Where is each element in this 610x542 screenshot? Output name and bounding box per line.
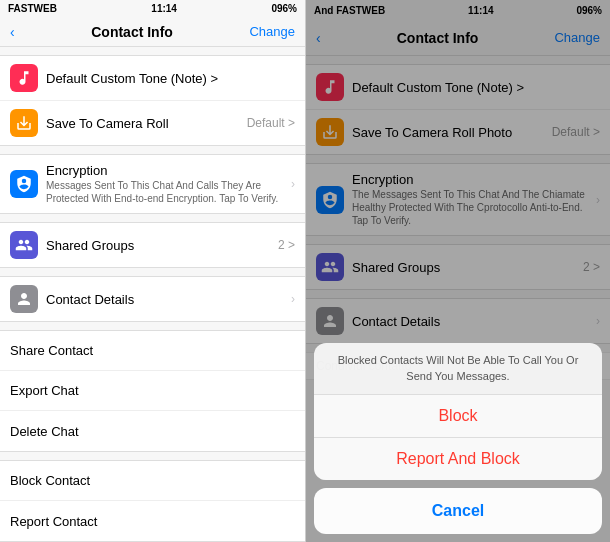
left-back-button[interactable]: ‹: [10, 24, 15, 40]
encryption-title: Encryption: [46, 163, 291, 178]
right-panel: And FASTWEB 11:14 096% ‹ Contact Info Ch…: [305, 0, 610, 542]
encryption-chevron: ›: [291, 177, 295, 191]
left-nav-title: Contact Info: [91, 24, 173, 40]
left-panel: FASTWEB 11:14 096% ‹ Contact Info Change…: [0, 0, 305, 542]
save-content: Save To Camera Roll: [46, 116, 247, 131]
encryption-icon: [10, 170, 38, 198]
groups-title: Shared Groups: [46, 238, 278, 253]
list-item[interactable]: Delete Chat: [0, 411, 305, 451]
save-title: Save To Camera Roll: [46, 116, 247, 131]
list-item[interactable]: Export Chat: [0, 371, 305, 411]
list-item[interactable]: Block Contact: [0, 461, 305, 501]
left-status-bar: FASTWEB 11:14 096%: [0, 0, 305, 17]
save-icon: [10, 109, 38, 137]
left-carrier: FASTWEB: [8, 3, 57, 14]
modal-box: Blocked Contacts Will Not Be Able To Cal…: [314, 343, 602, 480]
cancel-button[interactable]: Cancel: [314, 488, 602, 534]
report-contact-label: Report Contact: [10, 514, 97, 529]
encryption-content: Encryption Messages Sent To This Chat An…: [46, 163, 291, 205]
list-item[interactable]: Save To Camera Roll Default >: [0, 101, 305, 145]
save-default: Default >: [247, 116, 295, 130]
left-plain-section-1: Share Contact Export Chat Delete Chat: [0, 330, 305, 452]
share-contact-label: Share Contact: [10, 343, 93, 358]
list-item[interactable]: Report Contact: [0, 501, 305, 541]
groups-count: 2 >: [278, 238, 295, 252]
list-item[interactable]: Share Contact: [0, 331, 305, 371]
save-right: Default >: [247, 116, 295, 130]
left-section-2: Encryption Messages Sent To This Chat An…: [0, 154, 305, 214]
list-item[interactable]: Encryption Messages Sent To This Chat An…: [0, 155, 305, 213]
contact-details-content: Contact Details: [46, 292, 291, 307]
left-change-button[interactable]: Change: [249, 24, 295, 39]
left-time: 11:14: [151, 3, 177, 14]
modal-message: Blocked Contacts Will Not Be Able To Cal…: [314, 343, 602, 395]
left-section-3: Shared Groups 2 >: [0, 222, 305, 268]
list-item[interactable]: Contact Details ›: [0, 277, 305, 321]
export-chat-label: Export Chat: [10, 383, 79, 398]
tone-content: Default Custom Tone (Note) >: [46, 71, 295, 86]
groups-content: Shared Groups: [46, 238, 278, 253]
report-and-block-button[interactable]: Report And Block: [314, 438, 602, 480]
list-item[interactable]: Default Custom Tone (Note) >: [0, 56, 305, 101]
left-battery: 096%: [271, 3, 297, 14]
left-section-4: Contact Details ›: [0, 276, 305, 322]
contact-details-chevron: ›: [291, 292, 295, 306]
block-button[interactable]: Block: [314, 395, 602, 438]
tone-title: Default Custom Tone (Note) >: [46, 71, 295, 86]
list-item[interactable]: Shared Groups 2 >: [0, 223, 305, 267]
modal-sheet: Blocked Contacts Will Not Be Able To Cal…: [306, 335, 610, 542]
groups-icon: [10, 231, 38, 259]
contact-details-title: Contact Details: [46, 292, 291, 307]
left-nav-bar: ‹ Contact Info Change: [0, 17, 305, 47]
block-contact-label: Block Contact: [10, 473, 90, 488]
contact-details-icon: [10, 285, 38, 313]
left-plain-section-2: Block Contact Report Contact: [0, 460, 305, 542]
delete-chat-label: Delete Chat: [10, 424, 79, 439]
groups-right: 2 >: [278, 238, 295, 252]
encryption-subtitle: Messages Sent To This Chat And Calls The…: [46, 179, 291, 205]
modal-overlay: Blocked Contacts Will Not Be Able To Cal…: [306, 0, 610, 542]
tone-icon: [10, 64, 38, 92]
left-section-1: Default Custom Tone (Note) > Save To Cam…: [0, 55, 305, 146]
